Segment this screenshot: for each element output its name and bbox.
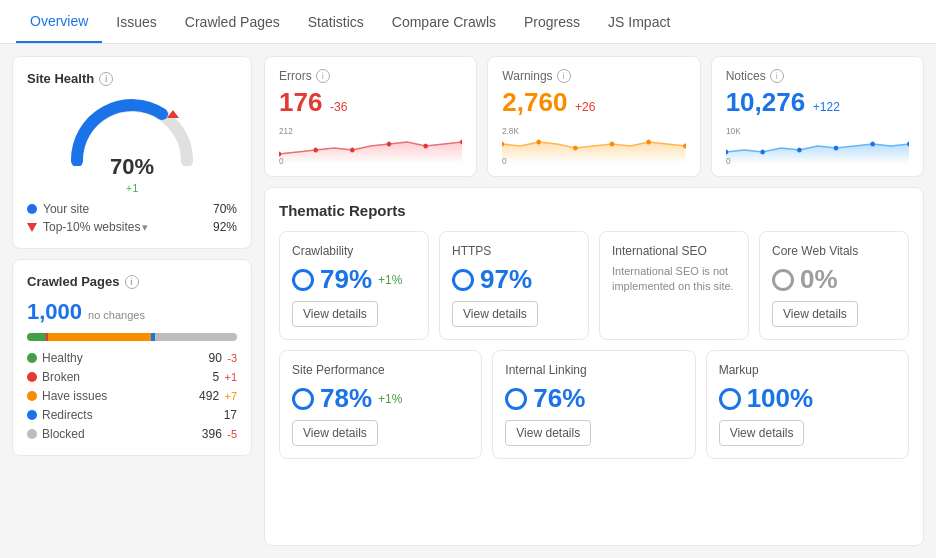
svg-point-5 xyxy=(387,142,392,147)
crawlability-view-btn[interactable]: View details xyxy=(292,301,378,327)
nav-item-statistics[interactable]: Statistics xyxy=(294,2,378,42)
crawled-pages-title: Crawled Pages i xyxy=(27,274,237,289)
svg-point-12 xyxy=(537,140,542,145)
svg-point-22 xyxy=(797,148,802,153)
stat-row-broken: Broken 5 +1 xyxy=(27,370,237,384)
metrics-row: Errors i 176 -36 xyxy=(264,56,924,177)
stat-row-healthy: Healthy 90 -3 xyxy=(27,351,237,365)
crawled-pages-info-icon[interactable]: i xyxy=(125,275,139,289)
site-health-info-icon[interactable]: i xyxy=(99,72,113,86)
il-circle-icon xyxy=(505,388,527,410)
dot-issues xyxy=(27,391,37,401)
gauge-container: 70% +1 xyxy=(27,96,237,194)
nav-item-overview[interactable]: Overview xyxy=(16,1,102,43)
top10-icon xyxy=(27,223,37,232)
pb-blocked xyxy=(155,333,237,341)
legend-row-top10: Top-10% websites ▾ 92% xyxy=(27,220,237,234)
markup-circle-icon xyxy=(719,388,741,410)
thematic-card-site-performance: Site Performance 78% +1% View details xyxy=(279,350,482,459)
crawled-count: 1,000 xyxy=(27,299,82,325)
gauge-percent: 70% xyxy=(110,154,154,180)
warnings-delta: +26 xyxy=(575,100,595,114)
nav-item-compare-crawls[interactable]: Compare Crawls xyxy=(378,2,510,42)
main-content: Site Health i 70% +1 xyxy=(0,44,936,558)
site-health-card: Site Health i 70% +1 xyxy=(12,56,252,249)
top10-val: 92% xyxy=(213,220,237,234)
metric-card-errors: Errors i 176 -36 xyxy=(264,56,477,177)
metric-card-warnings: Warnings i 2,760 +26 xyxy=(487,56,700,177)
progress-bar xyxy=(27,333,237,341)
warnings-chart: 2.8K 0 xyxy=(502,124,685,164)
sp-view-btn[interactable]: View details xyxy=(292,420,378,446)
svg-point-4 xyxy=(350,148,355,153)
stat-rows: Healthy 90 -3 Broken 5 +1 xyxy=(27,351,237,441)
svg-point-15 xyxy=(647,140,652,145)
errors-chart: 212 0 xyxy=(279,124,462,164)
notices-chart: 10K 0 xyxy=(726,124,909,164)
svg-point-23 xyxy=(833,146,838,151)
stat-row-issues: Have issues 492 +7 xyxy=(27,389,237,403)
dot-blocked xyxy=(27,429,37,439)
thematic-card-https: HTTPS 97% View details xyxy=(439,231,589,340)
your-site-dot xyxy=(27,204,37,214)
errors-delta: -36 xyxy=(330,100,347,114)
thematic-title: Thematic Reports xyxy=(279,202,909,219)
svg-text:10K: 10K xyxy=(726,126,741,136)
gauge-plus: +1 xyxy=(110,182,154,194)
svg-text:0: 0 xyxy=(279,156,284,166)
svg-point-3 xyxy=(313,148,318,153)
thematic-grid-row1: Crawlability 79% +1% View details HTTPS … xyxy=(279,231,909,340)
thematic-card-crawlability: Crawlability 79% +1% View details xyxy=(279,231,429,340)
markup-view-btn[interactable]: View details xyxy=(719,420,805,446)
sp-circle-icon xyxy=(292,388,314,410)
thematic-card-international-seo: International SEO International SEO is n… xyxy=(599,231,749,340)
dot-redirects xyxy=(27,410,37,420)
warnings-info-icon[interactable]: i xyxy=(557,69,571,83)
top-nav: Overview Issues Crawled Pages Statistics… xyxy=(0,0,936,44)
crawlability-circle-icon xyxy=(292,269,314,291)
nav-item-crawled-pages[interactable]: Crawled Pages xyxy=(171,2,294,42)
nav-item-js-impact[interactable]: JS Impact xyxy=(594,2,684,42)
nav-item-progress[interactable]: Progress xyxy=(510,2,594,42)
svg-text:0: 0 xyxy=(502,156,507,166)
site-health-title: Site Health i xyxy=(27,71,237,86)
thematic-reports: Thematic Reports Crawlability 79% +1% Vi… xyxy=(264,187,924,546)
svg-point-24 xyxy=(870,142,875,147)
crawled-pages-card: Crawled Pages i 1,000 no changes Healthy xyxy=(12,259,252,456)
notices-info-icon[interactable]: i xyxy=(770,69,784,83)
thematic-card-internal-linking: Internal Linking 76% View details xyxy=(492,350,695,459)
https-circle-icon xyxy=(452,269,474,291)
svg-marker-19 xyxy=(726,144,909,164)
pb-issues xyxy=(48,333,151,341)
pb-healthy xyxy=(27,333,46,341)
il-view-btn[interactable]: View details xyxy=(505,420,591,446)
crawled-sub: no changes xyxy=(88,309,145,321)
errors-value: 176 xyxy=(279,87,322,117)
notices-value: 10,276 xyxy=(726,87,806,117)
nav-item-issues[interactable]: Issues xyxy=(102,2,170,42)
stat-row-blocked: Blocked 396 -5 xyxy=(27,427,237,441)
svg-point-14 xyxy=(610,142,615,147)
thematic-card-core-web-vitals: Core Web Vitals 0% View details xyxy=(759,231,909,340)
svg-point-6 xyxy=(423,144,428,149)
stat-row-redirects: Redirects 17 xyxy=(27,408,237,422)
metric-card-notices: Notices i 10,276 +122 xyxy=(711,56,924,177)
right-panel: Errors i 176 -36 xyxy=(264,56,924,546)
svg-point-13 xyxy=(573,146,578,151)
https-view-btn[interactable]: View details xyxy=(452,301,538,327)
notices-delta: +122 xyxy=(813,100,840,114)
dot-broken xyxy=(27,372,37,382)
svg-text:212: 212 xyxy=(279,126,293,136)
thematic-grid-row2: Site Performance 78% +1% View details In… xyxy=(279,350,909,459)
svg-point-21 xyxy=(760,150,765,155)
your-site-val: 70% xyxy=(213,202,237,216)
svg-text:2.8K: 2.8K xyxy=(502,126,519,136)
errors-info-icon[interactable]: i xyxy=(316,69,330,83)
dot-healthy xyxy=(27,353,37,363)
warnings-value: 2,760 xyxy=(502,87,567,117)
legend-row-yoursite: Your site 70% xyxy=(27,202,237,216)
svg-text:0: 0 xyxy=(726,156,731,166)
thematic-card-markup: Markup 100% View details xyxy=(706,350,909,459)
cwv-view-btn[interactable]: View details xyxy=(772,301,858,327)
site-health-legend: Your site 70% Top-10% websites ▾ 92% xyxy=(27,202,237,234)
